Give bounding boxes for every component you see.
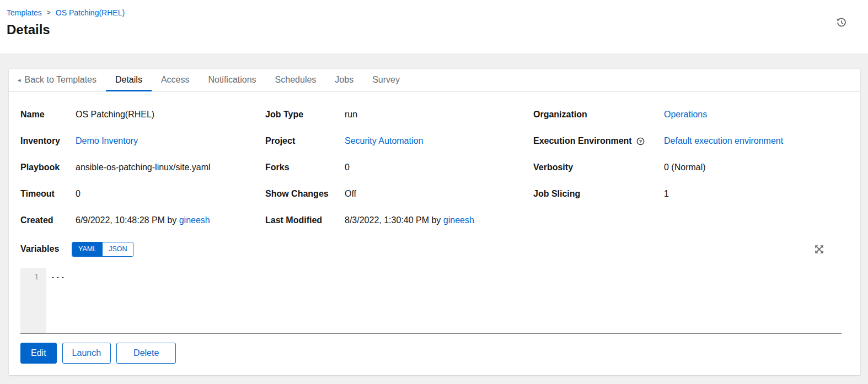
back-to-templates-label: Back to Templates: [25, 75, 97, 85]
history-icon[interactable]: [835, 16, 848, 29]
detail-timeout-value: 0: [76, 188, 81, 199]
detail-project-label: Project: [265, 136, 345, 147]
detail-timeout: Timeout 0: [20, 188, 265, 199]
tab-bar: ◂ Back to Templates Details Access Notif…: [9, 69, 860, 91]
detail-execution-environment: Execution Environment ? Default executio…: [533, 136, 849, 147]
detail-playbook-value: ansible-os-patching-linux/site.yaml: [76, 162, 211, 173]
template-details-card: ◂ Back to Templates Details Access Notif…: [9, 69, 860, 375]
detail-job-type-value: run: [345, 109, 357, 120]
created-user-link[interactable]: gineesh: [179, 215, 210, 225]
caret-left-icon: ◂: [18, 77, 21, 83]
expand-arrows-icon[interactable]: [813, 244, 825, 255]
last-modified-user-link[interactable]: gineesh: [443, 215, 474, 225]
detail-verbosity-label: Verbosity: [533, 162, 664, 173]
detail-created-value: 6/9/2022, 10:48:28 PM by: [76, 215, 176, 225]
tab-notifications[interactable]: Notifications: [199, 69, 265, 91]
variables-label: Variables: [20, 244, 72, 254]
detail-empty: [533, 215, 849, 226]
tab-schedules[interactable]: Schedules: [266, 69, 326, 91]
detail-show-changes-label: Show Changes: [265, 188, 345, 199]
detail-job-slicing-label: Job Slicing: [533, 188, 664, 199]
page-header: Templates > OS Patching(RHEL) Details: [0, 0, 868, 53]
detail-execution-environment-label: Execution Environment: [533, 136, 632, 147]
card-body: Name OS Patching(RHEL) Job Type run Orga…: [9, 91, 860, 375]
inventory-link[interactable]: Demo Inventory: [76, 136, 138, 145]
detail-show-changes: Show Changes Off: [265, 188, 533, 199]
detail-inventory-label: Inventory: [20, 136, 76, 147]
detail-job-slicing-value: 1: [664, 188, 669, 199]
detail-show-changes-value: Off: [345, 188, 356, 199]
history-icon: [836, 17, 847, 28]
launch-button[interactable]: Launch: [62, 343, 111, 364]
detail-last-modified: Last Modified 8/3/2022, 1:30:40 PM by gi…: [265, 215, 533, 226]
project-link[interactable]: Security Automation: [345, 136, 423, 145]
yaml-toggle-button[interactable]: YAML: [72, 242, 103, 256]
detail-created-label: Created: [20, 215, 76, 226]
detail-name-label: Name: [20, 109, 76, 120]
back-to-templates-button[interactable]: ◂ Back to Templates: [18, 69, 106, 91]
detail-verbosity: Verbosity 0 (Normal): [533, 162, 849, 173]
detail-forks: Forks 0: [265, 162, 533, 173]
breadcrumb: Templates > OS Patching(RHEL): [7, 8, 868, 17]
delete-button[interactable]: Delete: [116, 343, 176, 364]
detail-forks-value: 0: [345, 162, 350, 173]
detail-verbosity-value: 0 (Normal): [664, 162, 706, 173]
variables-format-toggle: YAML JSON: [72, 242, 133, 257]
editor-line-numbers: 1: [20, 268, 46, 333]
detail-project: Project Security Automation: [265, 136, 533, 147]
detail-job-type-label: Job Type: [265, 109, 345, 120]
svg-text:?: ?: [639, 138, 641, 144]
detail-forks-label: Forks: [265, 162, 345, 173]
detail-playbook: Playbook ansible-os-patching-linux/site.…: [20, 162, 265, 173]
action-buttons: Edit Launch Delete: [20, 343, 849, 364]
detail-organization-label: Organization: [533, 109, 664, 120]
detail-job-slicing: Job Slicing 1: [533, 188, 849, 199]
detail-timeout-label: Timeout: [20, 188, 76, 199]
execution-environment-link[interactable]: Default execution environment: [664, 136, 783, 145]
json-toggle-button[interactable]: JSON: [103, 242, 133, 256]
page-title: Details: [7, 22, 868, 37]
edit-button[interactable]: Edit: [20, 343, 57, 364]
breadcrumb-link-template-name[interactable]: OS Patching(RHEL): [56, 8, 125, 17]
detail-last-modified-label: Last Modified: [265, 215, 345, 226]
organization-link[interactable]: Operations: [664, 110, 707, 119]
question-circle-icon[interactable]: ?: [636, 137, 645, 145]
detail-job-type: Job Type run: [265, 109, 533, 120]
tab-jobs[interactable]: Jobs: [325, 69, 363, 91]
breadcrumb-link-templates[interactable]: Templates: [7, 8, 42, 17]
detail-inventory: Inventory Demo Inventory: [20, 136, 265, 147]
editor-content[interactable]: ---: [46, 268, 842, 333]
detail-last-modified-value: 8/3/2022, 1:30:40 PM by: [345, 215, 441, 225]
tab-access[interactable]: Access: [152, 69, 199, 91]
line-number: 1: [34, 273, 39, 281]
tab-survey[interactable]: Survey: [363, 69, 409, 91]
detail-name-value: OS Patching(RHEL): [76, 109, 154, 120]
detail-playbook-label: Playbook: [20, 162, 76, 173]
detail-name: Name OS Patching(RHEL): [20, 109, 265, 120]
detail-created: Created 6/9/2022, 10:48:28 PM by gineesh: [20, 215, 265, 226]
detail-organization: Organization Operations: [533, 109, 849, 120]
variables-row: Variables YAML JSON: [20, 241, 849, 257]
tab-details[interactable]: Details: [106, 69, 152, 91]
details-grid: Name OS Patching(RHEL) Job Type run Orga…: [20, 109, 849, 226]
breadcrumb-separator-icon: >: [47, 8, 51, 17]
variables-code-editor[interactable]: 1 ---: [20, 268, 842, 334]
